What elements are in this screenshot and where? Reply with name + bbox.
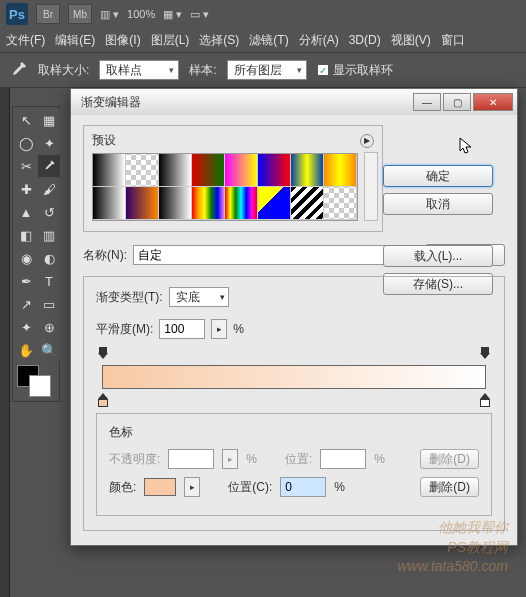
preset-swatch[interactable]: [126, 187, 159, 220]
stops-panel: 色标 不透明度: ▸ % 位置: % 删除(D) 颜色:: [96, 413, 492, 516]
bridge-button[interactable]: Br: [36, 4, 60, 24]
menu-edit[interactable]: 编辑(E): [55, 32, 95, 49]
shape-tool[interactable]: ▭: [38, 293, 60, 315]
eyedropper-icon: [8, 60, 28, 80]
smoothness-label: 平滑度(M):: [96, 321, 153, 338]
menu-window[interactable]: 窗口: [441, 32, 465, 49]
crop-tool[interactable]: ✂: [15, 155, 37, 177]
percent-label: %: [246, 452, 257, 466]
gradient-bar[interactable]: [96, 353, 492, 403]
gradient-panel: 渐变类型(T): 实底 平滑度(M): ▸ % 色标: [83, 276, 505, 531]
gradient-editor-dialog: 渐变编辑器 — ▢ ✕ 预设 ▶ 确定 取消: [70, 88, 518, 546]
menu-file[interactable]: 文件(F): [6, 32, 45, 49]
menu-analysis[interactable]: 分析(A): [299, 32, 339, 49]
pen-tool[interactable]: ✒: [15, 270, 37, 292]
check-icon: ✓: [317, 64, 329, 76]
preset-swatch[interactable]: [258, 187, 291, 220]
eraser-tool[interactable]: ◧: [15, 224, 37, 246]
opacity-stop-left[interactable]: [98, 353, 108, 363]
history-brush-tool[interactable]: ↺: [38, 201, 60, 223]
menu-filter[interactable]: 滤镜(T): [249, 32, 288, 49]
maximize-button[interactable]: ▢: [443, 93, 471, 111]
smoothness-input[interactable]: [159, 319, 205, 339]
percent-label: %: [374, 452, 385, 466]
preset-swatch[interactable]: [225, 187, 258, 220]
load-button[interactable]: 载入(L)...: [383, 245, 493, 267]
preset-swatch[interactable]: [258, 154, 291, 187]
lasso-tool[interactable]: ◯: [15, 132, 37, 154]
zoom-tool[interactable]: 🔍: [38, 339, 60, 361]
sample-size-label: 取样大小:: [38, 62, 89, 79]
preset-swatch[interactable]: [93, 154, 126, 187]
preset-swatch[interactable]: [126, 154, 159, 187]
color-swatches[interactable]: [15, 365, 57, 399]
cancel-button[interactable]: 取消: [383, 193, 493, 215]
options-bar: 取样大小: 取样点 样本: 所有图层 ✓ 显示取样环: [0, 52, 526, 88]
doc-layout-dropdown[interactable]: ▥ ▾: [100, 8, 119, 21]
mouse-cursor: [459, 137, 473, 155]
background-swatch[interactable]: [29, 375, 51, 397]
view-extras-dropdown[interactable]: ▦ ▾: [163, 8, 182, 21]
close-button[interactable]: ✕: [473, 93, 513, 111]
marquee-tool[interactable]: ▦: [38, 109, 60, 131]
menu-3d[interactable]: 3D(D): [349, 33, 381, 47]
sample-size-select[interactable]: 取样点: [99, 60, 179, 80]
dialog-titlebar[interactable]: 渐变编辑器 — ▢ ✕: [71, 89, 517, 115]
eyedropper-tool[interactable]: [38, 155, 60, 177]
wand-tool[interactable]: ✦: [38, 132, 60, 154]
preset-swatch[interactable]: [159, 154, 192, 187]
preset-swatch[interactable]: [93, 187, 126, 220]
3d-camera-tool[interactable]: ⊕: [38, 316, 60, 338]
minimize-button[interactable]: —: [413, 93, 441, 111]
path-tool[interactable]: ↗: [15, 293, 37, 315]
show-ring-checkbox[interactable]: ✓ 显示取样环: [317, 62, 393, 79]
color-stop-right[interactable]: [480, 393, 490, 403]
preset-grid: [92, 153, 358, 221]
move-tool[interactable]: ↖: [15, 109, 37, 131]
type-tool[interactable]: T: [38, 270, 60, 292]
gradient-type-select[interactable]: 实底: [169, 287, 229, 307]
position-input: [320, 449, 366, 469]
gradient-preview[interactable]: [102, 365, 486, 389]
heal-tool[interactable]: ✚: [15, 178, 37, 200]
opacity-input: [168, 449, 214, 469]
menu-view[interactable]: 视图(V): [391, 32, 431, 49]
panel-strip[interactable]: [0, 88, 10, 597]
smoothness-stepper[interactable]: ▸: [211, 319, 227, 339]
preset-scrollbar[interactable]: [364, 152, 378, 221]
color-dropdown-icon[interactable]: ▸: [184, 477, 200, 497]
delete-color-stop-button[interactable]: 删除(D): [420, 477, 479, 497]
brush-tool[interactable]: 🖌: [38, 178, 60, 200]
gradient-tool[interactable]: ▥: [38, 224, 60, 246]
sample-layers-select[interactable]: 所有图层: [227, 60, 307, 80]
screen-mode-dropdown[interactable]: ▭ ▾: [190, 8, 209, 21]
color-stop-left[interactable]: [98, 393, 108, 403]
dodge-tool[interactable]: ◐: [38, 247, 60, 269]
color-chip[interactable]: [144, 478, 176, 496]
hand-tool[interactable]: ✋: [15, 339, 37, 361]
percent-label: %: [233, 322, 244, 336]
preset-swatch[interactable]: [324, 187, 357, 220]
blur-tool[interactable]: ◉: [15, 247, 37, 269]
show-ring-label: 显示取样环: [333, 62, 393, 79]
menu-image[interactable]: 图像(I): [105, 32, 140, 49]
preset-swatch[interactable]: [192, 187, 225, 220]
zoom-level[interactable]: 100%: [127, 8, 155, 20]
preset-swatch[interactable]: [291, 187, 324, 220]
presets-menu-icon[interactable]: ▶: [360, 134, 374, 148]
preset-swatch[interactable]: [225, 154, 258, 187]
preset-swatch[interactable]: [324, 154, 357, 187]
name-input[interactable]: [133, 245, 419, 265]
preset-swatch[interactable]: [192, 154, 225, 187]
preset-swatch[interactable]: [291, 154, 324, 187]
preset-swatch[interactable]: [159, 187, 192, 220]
ok-button[interactable]: 确定: [383, 165, 493, 187]
position-c-input[interactable]: [280, 477, 326, 497]
minibridge-button[interactable]: Mb: [68, 4, 92, 24]
3d-tool[interactable]: ✦: [15, 316, 37, 338]
opacity-stop-right[interactable]: [480, 353, 490, 363]
menu-layer[interactable]: 图层(L): [151, 32, 190, 49]
toolbox: ↖ ▦ ◯ ✦ ✂ ✚ 🖌 ▲ ↺ ◧ ▥ ◉ ◐ ✒ T ↗ ▭ ✦ ⊕ ✋ …: [12, 106, 60, 402]
menu-select[interactable]: 选择(S): [199, 32, 239, 49]
stamp-tool[interactable]: ▲: [15, 201, 37, 223]
